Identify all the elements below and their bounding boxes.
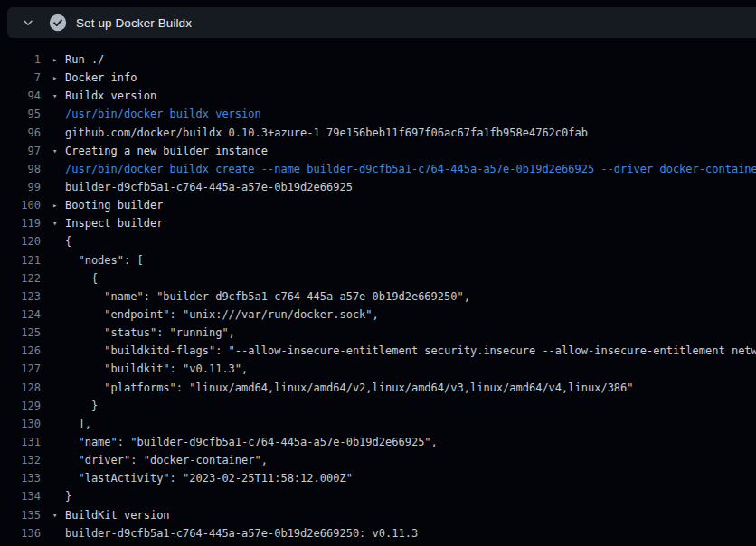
triangle-right-icon[interactable]: ▸ (41, 196, 65, 214)
log-line: 128 "platforms": "linux/amd64,linux/amd6… (0, 379, 756, 397)
log-line: 125 "status": "running", (0, 324, 756, 342)
log-group-line[interactable]: 94▾Buildx version (0, 87, 756, 105)
triangle-down-icon[interactable]: ▾ (41, 142, 65, 160)
output-text: "lastActivity": "2023-02-25T11:58:12.000… (65, 472, 353, 485)
collapse-step-button[interactable] (7, 7, 42, 38)
log-line: 98/usr/bin/docker buildx create --name b… (0, 160, 756, 178)
log-line: 129 } (0, 397, 756, 415)
log-line: 133 "lastActivity": "2023-02-25T11:58:12… (0, 469, 756, 487)
command-text: /usr/bin/docker buildx version (65, 108, 261, 120)
line-number[interactable]: 121 (0, 254, 41, 267)
triangle-down-icon[interactable]: ▾ (41, 506, 65, 524)
group-title: Inspect builder (65, 217, 163, 230)
log-line: 127 "buildkit": "v0.11.3", (0, 360, 756, 378)
output-text: "nodes": [ (65, 254, 144, 267)
line-number[interactable]: 120 (0, 235, 41, 248)
group-title: Creating a new builder instance (65, 145, 268, 157)
log-line: 132 "driver": "docker-container", (0, 451, 756, 469)
line-number[interactable]: 134 (0, 490, 41, 503)
output-text: "buildkitd-flags": "--allow-insecure-ent… (65, 344, 756, 357)
line-number[interactable]: 97 (0, 145, 41, 157)
output-text: github.com/docker/buildx 0.10.3+azure-1 … (65, 127, 588, 139)
log-line: 95/usr/bin/docker buildx version (0, 105, 756, 123)
output-text: } (65, 400, 98, 412)
line-number[interactable]: 129 (0, 400, 41, 412)
command-text: /usr/bin/docker buildx create --name bui… (65, 163, 756, 175)
log-group-line[interactable]: 100▸Booting builder (0, 196, 756, 214)
line-number[interactable]: 122 (0, 272, 41, 285)
line-number[interactable]: 133 (0, 472, 41, 485)
line-number[interactable]: 130 (0, 418, 41, 430)
output-text: "endpoint": "unix:///var/run/docker.sock… (65, 308, 379, 321)
log-line: 126 "buildkitd-flags": "--allow-insecure… (0, 342, 756, 360)
line-number[interactable]: 127 (0, 362, 41, 375)
log-group-line[interactable]: 1▸Run ./ (0, 51, 756, 69)
group-title: Docker info (65, 71, 137, 84)
log-line: 123 "name": "builder-d9cfb5a1-c764-445a-… (0, 287, 756, 306)
line-number[interactable]: 95 (0, 108, 41, 120)
log-line: 130 ], (0, 415, 756, 433)
output-text: } (65, 490, 71, 503)
log-group-line[interactable]: 119▾Inspect builder (0, 214, 756, 232)
chevron-down-icon (22, 16, 34, 29)
line-number[interactable]: 131 (0, 436, 41, 448)
output-text: ], (65, 418, 91, 430)
line-number[interactable]: 1 (0, 53, 41, 66)
line-number[interactable]: 123 (0, 290, 41, 303)
output-text: "status": "running", (65, 326, 235, 339)
check-circle-icon (49, 14, 67, 32)
group-title: Run ./ (65, 53, 104, 66)
group-title: Booting builder (65, 199, 163, 212)
output-text: builder-d9cfb5a1-c764-445a-a57e-0b19d2e6… (65, 527, 418, 540)
group-title: Buildx version (65, 89, 156, 102)
line-number[interactable]: 135 (0, 509, 41, 522)
line-number[interactable]: 132 (0, 454, 41, 466)
output-text: { (65, 235, 71, 248)
triangle-right-icon[interactable]: ▸ (41, 51, 65, 69)
log-line: 124 "endpoint": "unix:///var/run/docker.… (0, 306, 756, 324)
output-text: { (65, 272, 98, 285)
triangle-down-icon[interactable]: ▾ (41, 214, 65, 232)
line-number[interactable]: 128 (0, 381, 41, 394)
log-line: 136builder-d9cfb5a1-c764-445a-a57e-0b19d… (0, 524, 756, 542)
log-line: 122 { (0, 269, 756, 287)
log-line: 131 "name": "builder-d9cfb5a1-c764-445a-… (0, 433, 756, 451)
triangle-right-icon[interactable]: ▸ (41, 69, 65, 87)
output-text: "name": "builder-d9cfb5a1-c764-445a-a57e… (65, 436, 438, 448)
triangle-down-icon[interactable]: ▾ (41, 87, 65, 105)
log-line: 120{ (0, 232, 756, 250)
output-text: "buildkit": "v0.11.3", (65, 362, 248, 375)
output-text: builder-d9cfb5a1-c764-445a-a57e-0b19d2e6… (65, 181, 353, 193)
log-group-line[interactable]: 97▾Creating a new builder instance (0, 142, 756, 160)
log-group-line[interactable]: 7▸Docker info (0, 69, 756, 87)
line-number[interactable]: 96 (0, 127, 41, 139)
line-number[interactable]: 136 (0, 527, 41, 540)
line-number[interactable]: 100 (0, 199, 41, 212)
line-number[interactable]: 7 (0, 71, 41, 84)
step-title: Set up Docker Buildx (76, 16, 192, 30)
log-line: 99builder-d9cfb5a1-c764-445a-a57e-0b19d2… (0, 178, 756, 196)
group-title: BuildKit version (65, 509, 170, 522)
log-line: 121 "nodes": [ (0, 251, 756, 269)
output-text: "name": "builder-d9cfb5a1-c764-445a-a57e… (65, 290, 470, 303)
line-number[interactable]: 125 (0, 326, 41, 339)
line-number[interactable]: 99 (0, 181, 41, 193)
log-area[interactable]: 1▸Run ./7▸Docker info94▾Buildx version95… (0, 38, 756, 546)
line-number[interactable]: 126 (0, 344, 41, 357)
output-text: "driver": "docker-container", (65, 454, 268, 466)
output-text: "platforms": "linux/amd64,linux/amd64/v2… (65, 381, 634, 394)
log-line: 134} (0, 487, 756, 505)
line-number[interactable]: 94 (0, 89, 41, 102)
line-number[interactable]: 124 (0, 308, 41, 321)
line-number[interactable]: 98 (0, 163, 41, 175)
actions-log-panel: Set up Docker Buildx 1▸Run ./7▸Docker in… (0, 0, 756, 546)
log-line: 96github.com/docker/buildx 0.10.3+azure-… (0, 124, 756, 142)
step-header[interactable]: Set up Docker Buildx (7, 7, 756, 38)
line-number[interactable]: 119 (0, 217, 41, 230)
log-group-line[interactable]: 135▾BuildKit version (0, 506, 756, 524)
